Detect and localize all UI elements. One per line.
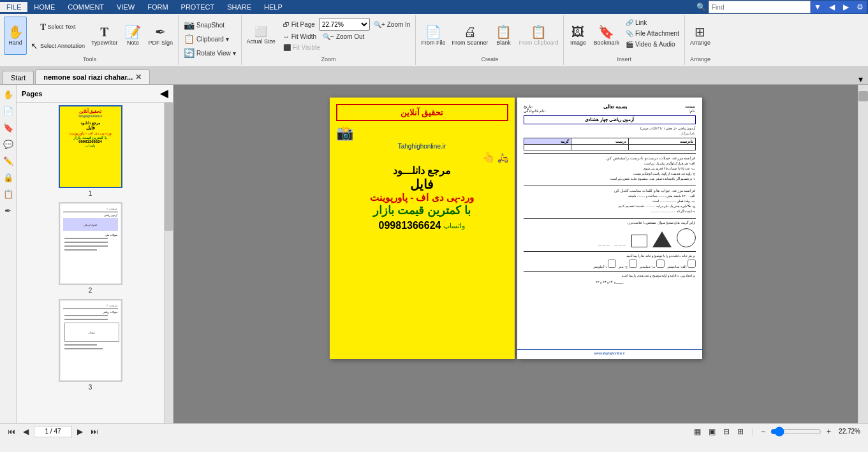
menu-protect[interactable]: PROTECT — [175, 2, 221, 12]
video-audio-button[interactable]: 🎬 Video & Audio — [623, 40, 682, 49]
left-sign-tool[interactable]: ✒ — [1, 203, 15, 217]
page-thumb-2[interactable]: صفحه ۲ آزمون ریاضی جدول ارزیابی سوالات م… — [19, 202, 161, 294]
link-button[interactable]: 🔗 Link — [623, 18, 682, 27]
select-annotation-label: Select Annotation — [40, 43, 85, 50]
fit-page-button[interactable]: 🗗 Fit Page — [281, 20, 318, 29]
left-edit-tool[interactable]: ✏️ — [1, 154, 15, 168]
menu-help[interactable]: HELP — [258, 2, 289, 12]
cover-file: فایل — [410, 177, 434, 192]
zoom-in-status-button[interactable]: + — [824, 426, 834, 437]
left-bookmark-tool[interactable]: 🔖 — [1, 120, 15, 135]
snapshot-icon: 📷 — [184, 20, 195, 30]
image-button[interactable]: 🖼 Image — [566, 17, 589, 55]
typewriter-label: Typewriter — [91, 40, 118, 47]
bookmark-icon: 🔖 — [598, 26, 614, 38]
bookmark-button[interactable]: 🔖 Bookmark — [591, 17, 622, 55]
snapshot-button[interactable]: 📷 SnapShot — [181, 18, 239, 31]
sidebar-collapse-button[interactable]: ◀ — [160, 87, 168, 99]
checkbox-b[interactable] — [656, 259, 665, 268]
checkbox-c[interactable] — [629, 259, 637, 268]
clipboard-button[interactable]: 📋 Clipboard ▾ — [181, 33, 239, 45]
exam-q1: فرانسه مزرعه، جملات درست و نادرست را مشخ… — [524, 156, 696, 160]
cover-price: با کمترین قیمت بازار — [373, 203, 471, 217]
blank-label: Blank — [496, 40, 511, 47]
exam-subtitle: آزمون ریاضی چهار هشتادی — [524, 115, 696, 124]
typewriter-button[interactable]: 𝐓 Typewriter — [89, 17, 121, 55]
left-hand-tool[interactable]: ✋ — [1, 87, 15, 101]
fit-visible-icon: ⬛ — [283, 44, 291, 51]
left-comment-tool[interactable]: 💬 — [1, 137, 15, 151]
view-single-button[interactable]: ▦ — [691, 426, 703, 437]
sidebar-scroll[interactable]: تحقیق آنلاین Tahghighonline.ir مرجع دانل… — [17, 103, 164, 423]
file-attachment-button[interactable]: 📎 File Attachment — [623, 29, 682, 38]
sidebar-scrollbar[interactable] — [164, 103, 173, 423]
checkbox-a[interactable] — [688, 259, 696, 268]
from-file-button[interactable]: 📄 From File — [418, 17, 448, 55]
fit-width-button[interactable]: ↔ Fit Width — [281, 32, 319, 41]
view-continuous-button[interactable]: ▣ — [706, 426, 718, 437]
menu-share[interactable]: SHARE — [221, 2, 258, 12]
search-settings-button[interactable]: ⚙ — [853, 1, 867, 13]
menu-file[interactable]: FILE — [0, 2, 27, 12]
cover-type: ورد-پی دی اف - پاورپوینت — [370, 192, 474, 203]
nav-prev-button[interactable]: ◀ — [20, 426, 31, 437]
page-input[interactable] — [34, 426, 72, 437]
left-page-tool[interactable]: 📄 — [1, 104, 15, 118]
zoom-in-button[interactable]: 🔍+ Zoom In — [371, 20, 413, 29]
arrow-icon: 👆 — [482, 151, 495, 163]
from-clipboard-button[interactable]: 📋 From Clipboard — [516, 17, 561, 55]
nav-last-button[interactable]: ⏭ — [88, 426, 101, 437]
document-area[interactable]: تحقیق آنلاین 📸 Tahghighonline.ir 👆 🛵 مرج… — [173, 85, 858, 423]
left-form-tool[interactable]: 📋 — [1, 187, 15, 201]
tools-group-label: Tools — [4, 55, 175, 64]
zoom-in-label: Zoom In — [387, 21, 411, 28]
search-prev-button[interactable]: ◀ — [825, 1, 839, 13]
document-scrollbar[interactable] — [858, 85, 868, 423]
actual-size-button[interactable]: ⬜ Actual Size — [244, 17, 278, 55]
tab-doc[interactable]: nemone soal riazi chahar... ✕ — [35, 69, 150, 84]
select-text-button[interactable]: 𝐓 Select Text — [28, 18, 87, 36]
exam-divider-1 — [524, 153, 696, 154]
select-annotation-button[interactable]: ↖ Select Annotation — [28, 37, 87, 55]
fit-visible-label: Fit Visible — [293, 44, 320, 51]
fit-visible-button[interactable]: ⬛ Fit Visible — [281, 43, 323, 52]
nav-first-button[interactable]: ⏮ — [5, 426, 18, 437]
page-thumb-1[interactable]: تحقیق آنلاین Tahghighonline.ir مرجع دانل… — [19, 105, 161, 197]
page-thumb-3[interactable]: صفحه ۳ سوالات ریاضی نمودار 3 — [19, 299, 161, 391]
pdf-sign-button[interactable]: ✒ PDF Sign — [146, 17, 176, 55]
main-area: ✋ 📄 🔖 💬 ✏️ 🔒 📋 ✒ Pages ◀ تحقیق آنلاین Ta… — [0, 85, 868, 423]
zoom-slider[interactable] — [770, 426, 821, 437]
search-submit-button[interactable]: ▼ — [811, 1, 825, 13]
blank-button[interactable]: 📋 Blank — [492, 17, 515, 55]
menu-view[interactable]: VIEW — [110, 2, 141, 12]
zoom-out-status-button[interactable]: − — [758, 426, 768, 437]
left-security-tool[interactable]: 🔒 — [1, 170, 15, 184]
exam-q2: فرانسه مزرعه، جواب ها و کلمات مناسب کامل… — [524, 188, 696, 193]
tabs-scroll-arrow[interactable]: ▾ — [856, 74, 865, 84]
video-audio-icon: 🎬 — [626, 41, 633, 48]
view-facing-button[interactable]: ⊟ — [721, 426, 732, 437]
search-next-button[interactable]: ▶ — [839, 1, 853, 13]
image-label: Image — [570, 40, 586, 47]
menu-comment[interactable]: COMMENT — [61, 2, 110, 12]
zoom-select[interactable]: 22.72% 10% 25% 50% 75% 100% 150% 200% — [319, 18, 370, 31]
tab-doc-close[interactable]: ✕ — [135, 73, 142, 82]
hand-icon: ✋ — [8, 26, 24, 38]
rotate-view-button[interactable]: 🔄 Rotate View ▾ — [181, 47, 239, 59]
hand-tool-button[interactable]: ✋ Hand — [4, 17, 27, 55]
zoom-out-button[interactable]: 🔍− Zoom Out — [320, 32, 367, 41]
menu-home[interactable]: HOME — [27, 2, 61, 12]
arrange-button[interactable]: ⊞ Arrange — [688, 17, 713, 55]
select-annotation-icon: ↖ — [31, 41, 38, 52]
search-input[interactable] — [709, 1, 811, 13]
page-thumb-label-2: 2 — [89, 287, 92, 294]
note-button[interactable]: 📝 Note — [122, 17, 145, 55]
checkbox-d[interactable] — [608, 259, 616, 268]
tab-start[interactable]: Start — [3, 71, 34, 84]
document-page-2: صفحه: نام: بسمه تعالی تاریخ: نام خانوادگ… — [517, 98, 702, 359]
nav-next-button[interactable]: ▶ — [75, 426, 85, 437]
view-cover-button[interactable]: ⊞ — [735, 426, 746, 437]
menu-form[interactable]: FORM — [141, 2, 174, 12]
cover-phone: 09981366624 — [379, 220, 441, 231]
from-scanner-button[interactable]: 🖨 From Scanner — [449, 17, 490, 55]
